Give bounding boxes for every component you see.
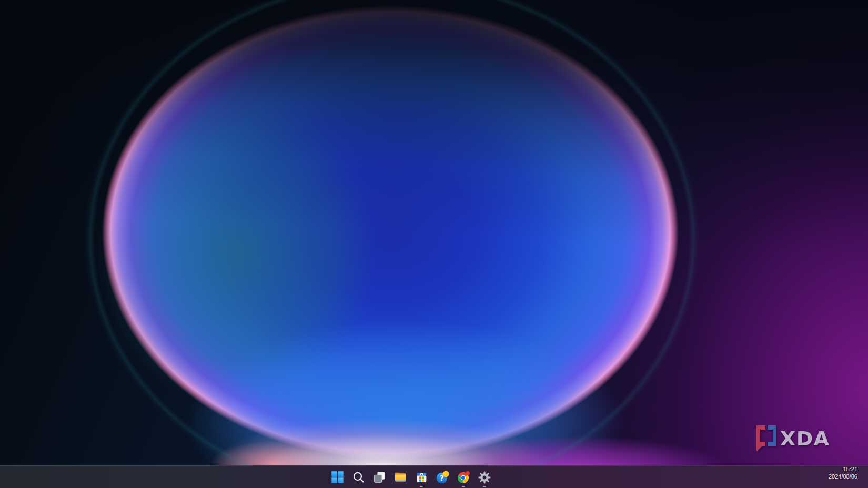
chrome-badge [466,471,470,475]
start-button[interactable] [327,466,348,488]
get-started-button[interactable]: ? [432,466,453,488]
task-view-button[interactable] [369,466,390,488]
xda-logo-icon: XDA [754,424,839,452]
taskbar-icon-group: ? [327,466,495,488]
clock-date: 2024/08/06 [829,473,857,480]
desktop-wallpaper[interactable] [0,0,868,488]
clock-time: 15:21 [829,465,857,473]
chrome-button[interactable] [453,466,474,488]
search-icon [352,471,365,484]
taskbar: ? [0,465,868,488]
settings-gear-icon [478,471,491,484]
settings-running-indicator [483,486,486,487]
taskbar-clock[interactable]: 15:21 2024/08/06 [823,462,868,488]
task-view-icon [373,471,386,484]
microsoft-store-running-indicator [420,486,423,487]
chrome-icon [457,471,470,484]
screen: XDA [0,0,868,488]
get-started-help-icon: ? [436,471,449,484]
file-explorer-icon [394,471,407,484]
xda-right-bracket-icon [768,425,776,446]
microsoft-store-icon [415,471,428,484]
chrome-running-indicator [462,486,465,487]
xda-watermark-text: XDA [780,427,830,450]
windows-start-icon [331,471,344,484]
xda-left-bracket-icon [756,425,765,452]
microsoft-store-button[interactable] [411,466,432,488]
xda-watermark: XDA [754,424,839,454]
search-button[interactable] [348,466,369,488]
settings-button[interactable] [474,466,495,488]
file-explorer-button[interactable] [390,466,411,488]
